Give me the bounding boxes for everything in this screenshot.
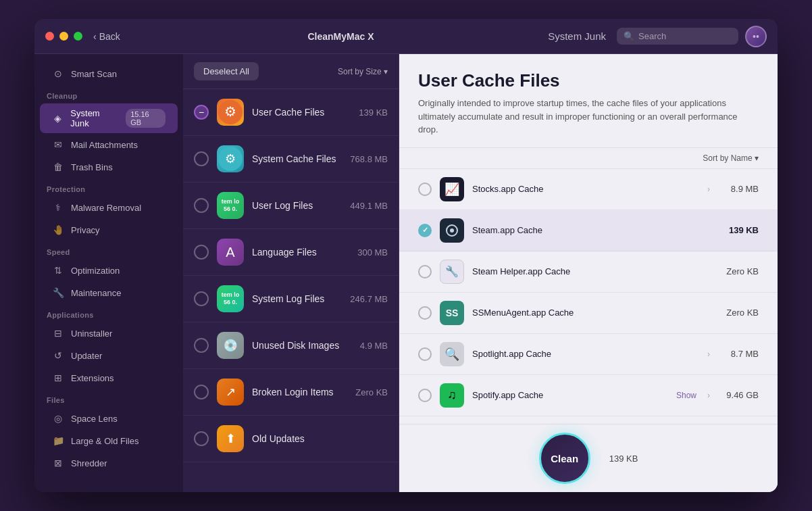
check-partial-icon[interactable]	[194, 105, 209, 120]
right-list-item[interactable]: 🔧 Spotify Helper (GPU).app Cache Zero KB	[399, 416, 778, 424]
deselect-all-button[interactable]: Deselect All	[194, 62, 259, 80]
close-button[interactable]	[45, 32, 54, 41]
maximize-button[interactable]	[74, 32, 82, 41]
right-list-item[interactable]: SS SSMenuAgent.app Cache Zero KB	[399, 293, 778, 334]
privacy-icon: 🤚	[52, 224, 64, 236]
minimize-button[interactable]	[59, 32, 68, 41]
files-section-label: Files	[34, 389, 183, 407]
right-list-item[interactable]: ♫ Spotify.app Cache Show › 9.46 GB	[399, 375, 778, 416]
right-check-unchecked[interactable]	[418, 265, 432, 278]
list-item[interactable]: tem lo 56 0. System Log Files 246.7 MB	[183, 276, 399, 322]
disk-image-icon: 💿	[217, 332, 244, 359]
right-check-checked[interactable]	[418, 224, 432, 237]
list-item[interactable]: A Language Files 300 MB	[183, 229, 399, 276]
sidebar-item-privacy[interactable]: 🤚 Privacy	[40, 219, 178, 241]
sidebar-item-updater[interactable]: ↺ Updater	[40, 345, 178, 366]
language-icon: A	[217, 239, 244, 266]
list-item[interactable]: ⚙ User Cache Files 139 KB	[183, 89, 399, 136]
right-item-size: 139 KB	[718, 225, 759, 235]
check-unchecked-icon[interactable]	[194, 245, 209, 260]
search-box[interactable]: 🔍	[617, 28, 738, 45]
list-item-name: User Log Files	[252, 200, 342, 211]
sort-by-size-label[interactable]: Sort by Size ▾	[338, 67, 388, 76]
sidebar-item-smart-scan[interactable]: ⊙ Smart Scan	[40, 63, 178, 84]
list-item[interactable]: ↗ Broken Login Items Zero KB	[183, 369, 399, 416]
right-check-unchecked[interactable]	[418, 182, 432, 196]
back-button[interactable]: ‹ Back	[93, 31, 120, 42]
right-check-unchecked[interactable]	[418, 389, 432, 402]
clean-button[interactable]: Clean	[539, 433, 590, 484]
right-list-item-selected[interactable]: Steam.app Cache 139 KB	[399, 210, 778, 251]
uninstaller-icon: ⊟	[52, 327, 64, 339]
sidebar-item-extensions[interactable]: ⊞ Extensions	[40, 367, 178, 389]
cleanup-section-label: Cleanup	[34, 85, 183, 103]
middle-panel: Deselect All Sort by Size ▾ ⚙ User Cache…	[183, 54, 399, 492]
chevron-right-icon: ›	[707, 349, 710, 359]
sidebar-item-system-junk[interactable]: ◈ System Junk 15.16 GB	[40, 103, 178, 133]
list-item-size: 300 MB	[357, 247, 388, 258]
sidebar-item-label-system-junk: System Junk	[70, 108, 119, 128]
smart-scan-icon: ⊙	[52, 68, 64, 80]
back-label: Back	[99, 31, 120, 42]
sidebar-item-trash-bins[interactable]: 🗑 Trash Bins	[40, 156, 178, 178]
sidebar-item-shredder[interactable]: ⊠ Shredder	[40, 452, 178, 474]
sidebar: ⊙ Smart Scan Cleanup ◈ System Junk 15.16…	[34, 54, 183, 492]
list-item[interactable]: ⚙ System Cache Files 768.8 MB	[183, 136, 399, 182]
sidebar-item-large-old-files[interactable]: 📁 Large & Old Files	[40, 430, 178, 452]
user-cache-icon: ⚙	[217, 99, 244, 126]
sidebar-item-optimization[interactable]: ⇅ Optimization	[40, 260, 178, 281]
search-input[interactable]	[638, 31, 732, 41]
extensions-icon: ⊞	[52, 372, 64, 384]
titlebar: ‹ Back CleanMyMac X System Junk 🔍 ••	[34, 19, 778, 54]
check-unchecked-icon[interactable]	[194, 431, 209, 446]
traffic-lights	[45, 32, 82, 41]
right-check-unchecked[interactable]	[418, 347, 432, 361]
steam-icon	[440, 218, 464, 243]
right-list-item[interactable]: 🔧 Steam Helper.app Cache Zero KB	[399, 251, 778, 293]
list-item[interactable]: ⬆ Old Updates	[183, 416, 399, 462]
list-item[interactable]: tem lo 56 0. User Log Files 449.1 MB	[183, 182, 399, 229]
sidebar-item-malware-removal[interactable]: ⚕ Malware Removal	[40, 197, 178, 218]
right-title: User Cache Files	[418, 70, 759, 91]
sidebar-item-space-lens[interactable]: ◎ Space Lens	[40, 408, 178, 429]
list-item-size: Zero KB	[355, 387, 388, 397]
applications-section-label: Applications	[34, 304, 183, 322]
speed-section-label: Speed	[34, 241, 183, 259]
sidebar-item-label-large-files: Large & Old Files	[71, 436, 138, 446]
right-item-name: Spotify.app Cache	[472, 390, 668, 400]
maintenance-icon: 🔧	[52, 287, 64, 299]
malware-icon: ⚕	[52, 201, 64, 214]
check-unchecked-icon[interactable]	[194, 198, 209, 213]
right-header: User Cache Files Originally intended to …	[399, 54, 778, 148]
spotify-icon: ♫	[440, 383, 464, 408]
right-item-size: Zero KB	[718, 308, 759, 318]
list-item[interactable]: 💿 Unused Disk Images 4.9 MB	[183, 322, 399, 369]
sidebar-item-label-shredder: Shredder	[71, 458, 107, 468]
mail-icon: ✉	[52, 139, 64, 151]
clean-size-label: 139 KB	[609, 454, 638, 464]
list-item-name: Unused Disk Images	[252, 340, 352, 351]
svg-point-6	[450, 228, 454, 233]
right-list-item[interactable]: 🔍 Spotlight.app Cache › 8.7 MB	[399, 334, 778, 375]
avatar[interactable]: ••	[745, 26, 767, 47]
back-chevron-icon: ‹	[93, 31, 97, 42]
list-item-name: System Log Files	[252, 293, 342, 304]
right-footer: Clean 139 KB	[399, 424, 778, 492]
sidebar-item-mail-attachments[interactable]: ✉ Mail Attachments	[40, 134, 178, 155]
sidebar-item-label-privacy: Privacy	[71, 225, 100, 235]
right-list-item[interactable]: 📈 Stocks.app Cache › 8.9 MB	[399, 169, 778, 210]
right-sort-label[interactable]: Sort by Name ▾	[703, 153, 759, 163]
steam-helper-icon: 🔧	[440, 260, 464, 284]
right-sort-bar: Sort by Name ▾	[399, 148, 778, 169]
sidebar-item-maintenance[interactable]: 🔧 Maintenance	[40, 282, 178, 303]
check-unchecked-icon[interactable]	[194, 385, 209, 399]
sidebar-item-label-optimization: Optimization	[71, 266, 120, 276]
right-check-unchecked[interactable]	[418, 306, 432, 320]
show-label[interactable]: Show	[676, 391, 696, 400]
protection-section-label: Protection	[34, 178, 183, 196]
check-unchecked-icon[interactable]	[194, 338, 209, 353]
check-unchecked-icon[interactable]	[194, 151, 209, 166]
svg-text:⚙: ⚙	[225, 152, 236, 166]
check-unchecked-icon[interactable]	[194, 291, 209, 306]
sidebar-item-uninstaller[interactable]: ⊟ Uninstaller	[40, 322, 178, 344]
